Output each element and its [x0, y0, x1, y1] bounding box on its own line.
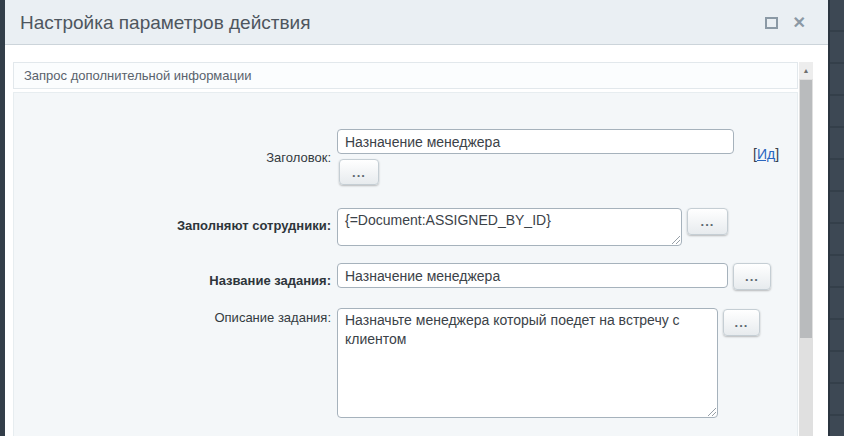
task-name-field-label: Название задания:	[14, 273, 331, 288]
header-field-dots-button[interactable]: ...	[339, 159, 379, 185]
vertical-scrollbar[interactable]: ▲	[799, 62, 813, 436]
dialog-title: Настройка параметров действия	[20, 0, 310, 45]
section-header: Запрос дополнительной информации	[13, 62, 798, 89]
maximize-icon[interactable]	[765, 17, 778, 29]
task-name-field-input[interactable]	[337, 263, 728, 288]
id-link-wrap: [Ид]	[753, 146, 779, 162]
id-link-bracket-close: ]	[775, 146, 779, 162]
page-background-right	[828, 0, 844, 436]
assignees-field-label: Заполняют сотрудники:	[14, 218, 331, 233]
dialog-titlebar: Настройка параметров действия ✕	[5, 0, 828, 45]
id-link[interactable]: Ид	[757, 146, 775, 162]
header-field-label: Заголовок:	[14, 150, 331, 165]
task-name-field-dots-button[interactable]: ...	[733, 263, 771, 290]
window-controls: ✕	[765, 0, 806, 45]
task-description-field-textarea[interactable]: Назначьте менеджера который поедет на вс…	[337, 308, 718, 418]
action-settings-dialog: Настройка параметров действия ✕ Запрос д…	[5, 0, 828, 436]
form-panel: Заголовок: [Ид] ... Заполняют сотрудники…	[13, 92, 798, 436]
scrollbar-up-arrow-icon[interactable]: ▲	[799, 62, 813, 79]
close-icon[interactable]: ✕	[793, 15, 806, 31]
header-field-input[interactable]	[337, 129, 734, 154]
screen: Настройка параметров действия ✕ Запрос д…	[0, 0, 844, 436]
task-description-field-label: Описание задания:	[14, 310, 331, 325]
assignees-field-textarea[interactable]: {=Document:ASSIGNED_BY_ID}	[337, 208, 682, 246]
assignees-field-dots-button[interactable]: ...	[687, 208, 728, 235]
scrollbar-thumb[interactable]	[800, 80, 812, 338]
task-description-field-dots-button[interactable]: ...	[723, 309, 760, 336]
